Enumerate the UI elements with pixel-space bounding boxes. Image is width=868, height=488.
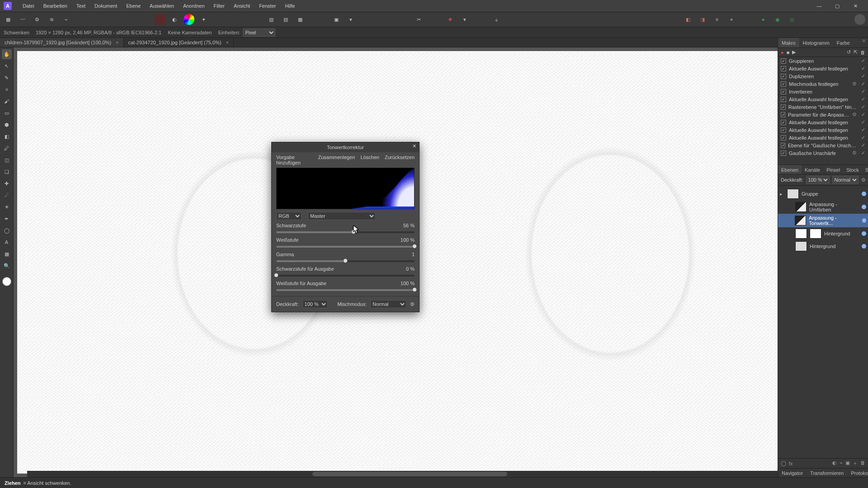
macro-step[interactable]: Parameter für die Anpassung festlegen⚙✓	[778, 111, 868, 118]
layer-row[interactable]: Anpassung - Tonwertk...	[778, 214, 868, 227]
paint-tool-icon[interactable]: 🖊	[2, 143, 12, 153]
dialog-titlebar[interactable]: Tonwertkorrektur ✕	[272, 142, 419, 152]
add-preset-button[interactable]: Vorgabe hinzufügen	[276, 155, 312, 165]
units-select[interactable]: Pixel	[243, 28, 275, 37]
slider-value[interactable]: 1	[412, 252, 415, 257]
macro-record-icon[interactable]: ●	[781, 50, 784, 55]
slider-knob[interactable]	[412, 287, 417, 292]
channel-select[interactable]: Master	[308, 212, 376, 220]
slider-track[interactable]	[276, 244, 415, 250]
menu-filter[interactable]: Filter	[209, 0, 229, 12]
cloud-sync-icon[interactable]: ●	[758, 14, 769, 25]
macro-step[interactable]: Mischmodus festlegen⚙✓	[778, 80, 868, 88]
menu-auswählen[interactable]: Auswählen	[145, 0, 179, 12]
erase-tool-icon[interactable]: ◫	[2, 155, 12, 165]
checkbox-icon[interactable]	[781, 120, 786, 125]
macro-step[interactable]: Duplizieren✓	[778, 72, 868, 80]
macro-step[interactable]: Invertieren✓	[778, 88, 868, 95]
clone-tool-icon[interactable]: ❏	[2, 167, 12, 177]
checkbox-icon[interactable]	[781, 81, 786, 87]
slider-value[interactable]: 100 %	[401, 281, 415, 286]
move-tool-icon[interactable]: ↖	[2, 61, 12, 71]
cloud-download-icon[interactable]: ◎	[787, 14, 797, 25]
layer-row[interactable]: Hintergrund	[778, 227, 868, 240]
layer-opacity-select[interactable]: 100 %	[806, 176, 830, 184]
checkbox-icon[interactable]	[781, 112, 785, 117]
bottom-tab-transformieren[interactable]: Transformieren	[807, 469, 847, 477]
layers-tab-pinsel[interactable]: Pinsel	[823, 165, 843, 174]
text-tool-icon[interactable]: A	[2, 237, 12, 247]
macro-reset-icon[interactable]: ↺	[847, 49, 851, 55]
persona-develop-icon[interactable]: ⚙	[32, 14, 42, 25]
gear-icon[interactable]: ⚙	[852, 81, 857, 87]
layer-blend-select[interactable]: Normal	[832, 176, 859, 184]
menu-text[interactable]: Text	[72, 0, 90, 12]
slider-knob[interactable]	[274, 273, 278, 277]
cloud-upload-icon[interactable]: ◉	[772, 14, 783, 25]
align-icon[interactable]: ≡	[712, 14, 722, 25]
crop-icon[interactable]: ✂	[413, 14, 424, 25]
checkbox-icon[interactable]	[781, 58, 786, 64]
shape-tool-icon[interactable]: ◯	[2, 225, 12, 235]
arrange-back-icon[interactable]: ◧	[683, 14, 693, 25]
macro-stop-icon[interactable]: ■	[787, 50, 790, 55]
slider-value[interactable]: 100 %	[401, 237, 415, 243]
layers-tab-stock[interactable]: Stock	[843, 165, 862, 174]
merge-button[interactable]: Zusammenlegen	[318, 155, 355, 165]
slider-knob[interactable]	[351, 230, 356, 234]
group-icon[interactable]: ▣	[845, 460, 850, 467]
disclosure-icon[interactable]: ▸	[780, 191, 784, 197]
slider-value[interactable]: 56 %	[403, 223, 415, 228]
live-filter-icon[interactable]: ⌁	[840, 460, 843, 467]
arrange-front-icon[interactable]: ◨	[697, 14, 708, 25]
smudge-tool-icon[interactable]: ☄	[2, 190, 12, 200]
checkbox-icon[interactable]	[781, 127, 786, 133]
camera-icon[interactable]: ⏚	[491, 14, 502, 25]
brush-tool-icon[interactable]: 🖌	[2, 96, 12, 106]
slider-knob[interactable]	[412, 244, 417, 249]
chevron-down-icon[interactable]: ▾	[345, 14, 356, 25]
checkbox-icon[interactable]	[781, 135, 786, 141]
snap-icon[interactable]: ⌖	[726, 14, 737, 25]
zoom-tool-icon[interactable]: 🔍	[2, 261, 12, 271]
account-avatar[interactable]	[854, 14, 865, 25]
macro-step[interactable]: Gaußsche Unschärfe⚙✓	[778, 149, 868, 157]
macro-step[interactable]: Ebene für "Gaußsche Unschärfe" hinzufüge…	[778, 141, 868, 149]
layer-row[interactable]: Hintergrund	[778, 240, 868, 253]
visibility-toggle[interactable]	[862, 205, 866, 209]
heal-tool-icon[interactable]: ✚	[2, 178, 12, 188]
macro-step[interactable]: Aktuelle Auswahl festlegen✓	[778, 65, 868, 72]
menu-dokument[interactable]: Dokument	[90, 0, 122, 12]
close-icon[interactable]: ×	[116, 40, 118, 45]
layer-row[interactable]: ▸Gruppe	[778, 188, 868, 200]
menu-hilfe[interactable]: Hilfe	[280, 0, 299, 12]
menu-ansicht[interactable]: Ansicht	[229, 0, 255, 12]
gear-icon[interactable]: ⚙	[410, 301, 415, 307]
crop-tool-icon[interactable]: ⌗	[2, 84, 12, 94]
canvas[interactable]	[17, 51, 864, 474]
delete-layer-icon[interactable]: 🗑	[860, 460, 865, 467]
visibility-toggle[interactable]	[862, 218, 866, 223]
slider-knob[interactable]	[343, 258, 348, 263]
layers-tab-stile[interactable]: Stile	[862, 165, 868, 174]
assistant-icon[interactable]: ❖	[445, 14, 456, 25]
macro-export-icon[interactable]: ⇱	[854, 49, 858, 55]
checkbox-icon[interactable]	[781, 97, 786, 102]
visibility-toggle[interactable]	[862, 244, 866, 249]
window-minimize[interactable]: —	[810, 0, 828, 12]
selection-add-icon[interactable]: ▧	[266, 14, 277, 25]
persona-export-icon[interactable]: ⌁	[61, 14, 71, 25]
flood-tool-icon[interactable]: ⬢	[2, 120, 12, 130]
document-tab[interactable]: children-1879907_1920.jpg [Geändert] (10…	[0, 38, 124, 47]
checkbox-icon[interactable]	[781, 143, 785, 148]
window-close[interactable]: ✕	[846, 0, 864, 12]
fx-icon[interactable]: fx	[789, 461, 793, 466]
window-maximize[interactable]: ▢	[828, 0, 846, 12]
menu-bearbeiten[interactable]: Bearbeiten	[39, 0, 72, 12]
studio-tab-makro[interactable]: Makro	[778, 38, 799, 47]
colorspace-select[interactable]: RGB	[276, 212, 302, 220]
slider-track[interactable]	[276, 258, 415, 264]
persona-photo-icon[interactable]: ▦	[3, 14, 14, 25]
macro-play-icon[interactable]: ▶	[792, 49, 796, 55]
dodge-tool-icon[interactable]: ☀	[2, 202, 12, 212]
